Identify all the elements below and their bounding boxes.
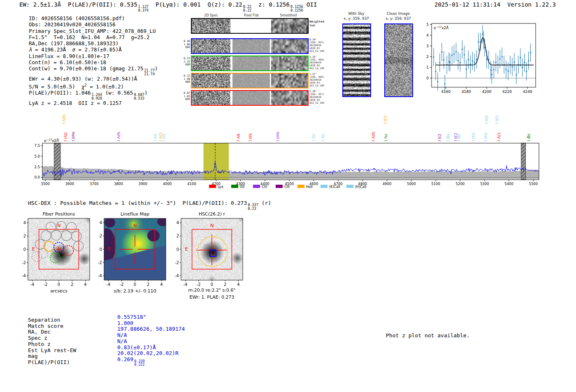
lineflux-title: Lineflux Map [121, 211, 149, 217]
version-label: Version 1.22.3 [507, 1, 556, 8]
spec2d-image [192, 56, 230, 70]
legend-swatch [276, 185, 283, 188]
emission-line-label: SiII ( [248, 133, 252, 141]
fit-data-point [520, 57, 521, 58]
spec2d-row-left-labels: 0.121.90008 [180, 74, 190, 84]
spec2d-row-left-labels: 0.461.00009 [180, 40, 190, 49]
col-header-smoothed: Smoothed [280, 14, 297, 17]
info-line: RA,Dec (197.886688,50.189323) [29, 40, 158, 46]
smoothed-image [271, 19, 308, 33]
summary-stats-line: EW: 2.5±1.3Å P(LAE)/P(OII): 0.5351.1270.… [19, 1, 317, 12]
fiber-title: Fiber Positions [43, 211, 75, 217]
fit-y-tick-label: 1 [426, 65, 429, 70]
info-line: ID: 4026558156 (4026558156.pdf) [29, 15, 158, 21]
fit-x-tick-label: 4240 [523, 90, 532, 94]
cutout-maps-overlay: Fiber Positions-4-4-2-2002244NELineflux … [16, 208, 274, 304]
emission-line-label: SiIV ( [116, 132, 121, 141]
lineflux-y-tick-label: 4 [100, 220, 102, 225]
fiber-circle-selected [50, 253, 60, 263]
emission-line-label: Hβ ( [527, 134, 531, 141]
fit-data-point [458, 60, 459, 61]
fiber-circle-gray [61, 231, 71, 241]
fit-data-point [528, 60, 529, 61]
lineflux-xlabel: s/b: 2.19 +/- 0.110 [114, 288, 156, 294]
lineflux-x-tick-label: 2 [147, 282, 149, 287]
header-timestamp: 2025-01-12 11:31:14 Version 1.22.3 [434, 1, 556, 8]
info-line: Cont(n) = 6.10(±0.50)e-18 [29, 59, 158, 65]
stacked-uncertainty: 0.6070.533 [134, 93, 144, 100]
hsc-x-tick-label: 2 [224, 282, 226, 287]
fit-data-point [491, 74, 492, 75]
lineflux-y-tick-label: -2 [98, 260, 102, 265]
elixer-report-page: EW: 2.5±1.3Å P(LAE)/P(OII): 0.5351.1270.… [0, 0, 576, 392]
fit-data-point [514, 61, 515, 63]
hsc-north-label: N [210, 223, 214, 228]
fiber-x-tick-label: 4 [84, 282, 86, 287]
spec2d-image [192, 91, 230, 105]
spec-x-tick-label: 4000 [163, 182, 172, 186]
emission-line-label: SiIV ( [371, 132, 375, 141]
emission-line-label: Hγ ( [321, 134, 325, 141]
spec-x-tick-label: 3600 [65, 182, 74, 186]
emission-line-label: OII ( [153, 134, 157, 141]
fit-data-point [448, 61, 450, 62]
hsc-title: HSC(26.2) r [199, 211, 225, 217]
spec-x-tick-label: 5200 [456, 182, 465, 186]
info-line: Obs: 20230419v020_4026558156 [29, 21, 158, 28]
info-line: Primary Spec_Slot_IFU_AMP: 422_078_069_L… [29, 28, 158, 34]
emission-line-label: HeII ( [71, 132, 75, 141]
fit-data-point [439, 62, 440, 63]
match-field-label: Separation [28, 317, 60, 323]
legend-label: HeII [306, 185, 313, 189]
emission-line-label: Hβ ( [446, 134, 450, 141]
match-field-label: RA, Dec [28, 329, 51, 335]
fiber-y-tick-label: 4 [23, 220, 26, 225]
info-line: LyA z = 2.4518 OII z = 0.1257 [29, 100, 158, 106]
fit-y-tick-label: 4 [426, 33, 429, 37]
legend-label: (K)CaII [329, 185, 340, 189]
smoothed-image [271, 91, 308, 105]
hsc-x-tick-label: 0 [211, 282, 213, 287]
pixel-flat-image [232, 91, 270, 105]
info-line: P(LAE)/P(OII): 1.0461.2440.928 (w: 0.565… [29, 90, 158, 100]
fiber-circle-selected [44, 241, 54, 251]
hsc-x-tick-label: -2 [197, 282, 201, 287]
fiber-x-tick-label: 0 [58, 282, 60, 287]
spec2d-image [192, 39, 230, 53]
fit-data-point [433, 56, 434, 58]
fit-x-tick-label: 4220 [502, 90, 512, 94]
fit-data-point [455, 51, 457, 53]
spec2d-row-right-labels: 1.26"(359, 946)20230419v020_02422_LU_105 [309, 55, 330, 70]
info-line: S/N = 5.0(±0.5) χ2 = 1.0(±0.2) [29, 82, 158, 90]
fit-data-point [508, 71, 509, 72]
fit-data-point [466, 69, 467, 70]
fiber-x-tick-label: 2 [71, 282, 73, 287]
fit-data-point [474, 62, 475, 63]
spec-y-tick-label: 5.0 [34, 154, 40, 158]
fit-data-point [502, 56, 503, 57]
emission-line-label: CII ( [437, 134, 441, 141]
fit-data-point [522, 67, 523, 68]
fit-data-point [482, 34, 483, 35]
emission-line-label: NV ( [236, 134, 240, 141]
lineflux-x-tick-label: 4 [160, 282, 163, 287]
spec-x-tick-label: 4100 [187, 182, 196, 186]
emission-line-label: Hβ ( [457, 134, 461, 141]
weighted-sum-label: WeightedSum [309, 20, 334, 27]
fit-data-point [441, 51, 442, 53]
legend-label: CIV [262, 185, 267, 189]
stacked-uncertainty: 0.12560.1256 [290, 5, 303, 12]
spec2d-row-left-labels: 0.071.65009 [180, 92, 190, 101]
fit-data-point [451, 55, 453, 56]
stacked-uncertainty: 1.1270.374 [138, 5, 149, 12]
legend-swatch [297, 185, 304, 188]
fit-data-point [526, 71, 527, 72]
hsc-y-tick-label: -2 [175, 260, 179, 265]
emission-line-label: HeII ( [276, 132, 280, 141]
col-header-pixelflat: Pixel Flat [244, 14, 259, 17]
pixel-flat-image [232, 39, 270, 53]
match-field-label: P(LAE)/P(OII) [28, 359, 70, 365]
fiber-xlabel: arcsecs [50, 288, 67, 294]
match-field-value: 0.83(±0.17)Å [117, 344, 156, 350]
fit-x-tick-label: 4200 [482, 90, 491, 94]
